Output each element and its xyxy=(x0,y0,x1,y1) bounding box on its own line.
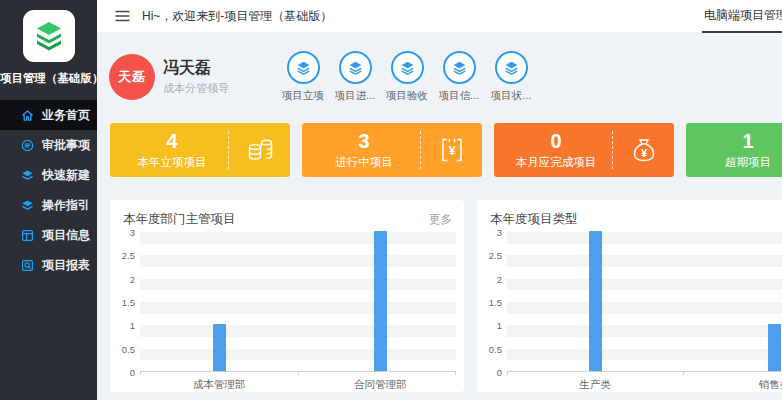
y-axis-tick-label: 1 xyxy=(478,320,502,331)
x-axis-tick-mark xyxy=(683,371,684,375)
stat-cards-row: 4 本年立项项目 3 进行中项目 ¥ 0 xyxy=(110,123,782,177)
top-bar: Hi~，欢迎来到-项目管理（基础版） 电脑端项目管理 xyxy=(97,0,782,33)
sidebar-item-business-home[interactable]: 业务首页 xyxy=(0,100,97,130)
dashed-divider xyxy=(612,131,613,169)
y-axis-tick-label: 0 xyxy=(478,367,502,378)
stat-label: 进行中项目 xyxy=(302,155,426,170)
x-axis-category-label: 成本管理部 xyxy=(193,378,246,392)
y-axis-tick-label: 2 xyxy=(478,274,502,285)
quick-link-project-status[interactable]: 项目状... xyxy=(485,51,537,103)
hamburger-menu-icon[interactable] xyxy=(115,10,130,22)
stat-value: 0 xyxy=(494,130,618,153)
bar-销售类 xyxy=(768,324,781,371)
sidebar-item-project-info[interactable]: 项目信息 xyxy=(0,220,97,250)
bar-成本管理部 xyxy=(213,324,226,371)
blue-layers-icon xyxy=(339,51,372,84)
quick-link-project-progress[interactable]: 项目进... xyxy=(329,51,381,103)
moneybag-yen-icon: ¥ xyxy=(624,135,664,165)
approval-icon xyxy=(21,139,34,152)
blue-layers-icon xyxy=(443,51,476,84)
y-axis-tick-label: 1.5 xyxy=(111,297,135,308)
app-title: 项目管理（基础版） xyxy=(0,71,97,86)
x-axis-category-label: 合同管理部 xyxy=(354,378,407,392)
sidebar-item-guide[interactable]: 操作指引 xyxy=(0,190,97,220)
y-axis-tick-label: 2.5 xyxy=(478,250,502,261)
x-axis-tick-mark xyxy=(455,371,456,375)
avatar[interactable]: 天磊 xyxy=(109,54,155,100)
x-axis-tick-mark xyxy=(298,371,299,375)
x-axis-tick-mark xyxy=(507,371,508,375)
blue-layers-icon xyxy=(287,51,320,84)
y-axis-tick-label: 0.5 xyxy=(478,344,502,355)
guide-layers-icon xyxy=(21,199,34,212)
more-link[interactable]: 更多 xyxy=(429,212,452,227)
top-right-tab[interactable]: 电脑端项目管理 xyxy=(702,0,782,33)
stat-label: 超期项目 xyxy=(686,155,782,170)
x-axis-category-label: 生产类 xyxy=(579,378,611,392)
y-axis-tick-label: 1 xyxy=(111,320,135,331)
chart-title: 本年度项目类型 xyxy=(490,211,578,228)
svg-text:¥: ¥ xyxy=(641,147,648,159)
y-axis-tick-label: 3 xyxy=(111,227,135,238)
quick-links-row: 项目立项 项目进... 项目验收 项目信... 项目状... xyxy=(277,51,537,103)
chart-card-department-projects: 本年度部门主管项目 更多 32.521.510.50成本管理部合同管理部 xyxy=(110,200,464,392)
y-axis-tick-label: 1.5 xyxy=(478,297,502,308)
stat-value: 4 xyxy=(110,130,234,153)
stat-card-projects-this-year[interactable]: 4 本年立项项目 xyxy=(110,123,290,177)
report-search-icon xyxy=(21,259,34,272)
stat-card-due-this-month[interactable]: 0 本月应完成项目 ¥ xyxy=(494,123,674,177)
user-name: 冯天磊 xyxy=(163,58,211,79)
dashed-divider xyxy=(228,131,229,169)
x-axis-category-label: 销售类 xyxy=(759,378,782,392)
stat-label: 本月应完成项目 xyxy=(494,155,618,170)
welcome-text: Hi~，欢迎来到-项目管理（基础版） xyxy=(142,8,332,25)
stat-value: 1 xyxy=(686,130,782,153)
stat-value: 3 xyxy=(302,130,426,153)
y-axis-tick-label: 0.5 xyxy=(111,344,135,355)
app-logo xyxy=(23,10,75,62)
y-axis-tick-label: 2.5 xyxy=(111,250,135,261)
blue-layers-icon xyxy=(391,51,424,84)
x-axis-tick-mark xyxy=(140,371,141,375)
quick-link-project-information[interactable]: 项目信... xyxy=(433,51,485,103)
quick-link-label: 项目状... xyxy=(491,89,531,103)
quick-link-label: 项目立项 xyxy=(282,89,324,103)
coins-icon xyxy=(240,135,280,165)
sidebar-item-approvals[interactable]: 审批事项 xyxy=(0,130,97,160)
y-axis-tick-label: 2 xyxy=(111,274,135,285)
layers-icon xyxy=(21,169,34,182)
green-layers-logo-icon xyxy=(32,19,66,53)
bar-chart-plot: 32.521.510.50成本管理部合同管理部 xyxy=(140,232,456,372)
dashed-divider xyxy=(420,131,421,169)
user-role: 成本分管领导 xyxy=(163,81,229,96)
svg-text:¥: ¥ xyxy=(449,144,456,158)
sidebar-menu: 业务首页 审批事项 快速新建 操作指引 项目信息 xyxy=(0,100,97,280)
bar-chart-plot: 32.521.510.50生产类销售类 xyxy=(507,232,782,372)
chart-title: 本年度部门主管项目 xyxy=(123,211,236,228)
sidebar-item-label: 操作指引 xyxy=(42,197,90,214)
quick-link-label: 项目进... xyxy=(335,89,375,103)
sidebar: 项目管理（基础版） 业务首页 审批事项 快速新建 操作指引 xyxy=(0,0,97,400)
home-icon xyxy=(21,109,34,122)
stat-card-overdue[interactable]: 1 超期项目 xyxy=(686,123,782,177)
quick-link-project-acceptance[interactable]: 项目验收 xyxy=(381,51,433,103)
quick-link-label: 项目验收 xyxy=(386,89,428,103)
chart-card-project-types: 本年度项目类型 32.521.510.50生产类销售类 xyxy=(477,200,782,392)
stat-card-in-progress[interactable]: 3 进行中项目 ¥ xyxy=(302,123,482,177)
sidebar-item-label: 业务首页 xyxy=(42,107,90,124)
stat-label: 本年立项项目 xyxy=(110,155,234,170)
y-axis-tick-label: 0 xyxy=(111,367,135,378)
info-grid-icon xyxy=(21,229,34,242)
top-right-tab-label: 电脑端项目管理 xyxy=(704,7,782,24)
main-content: 天磊 冯天磊 成本分管领导 项目立项 项目进... 项目验收 项目信... xyxy=(97,33,782,400)
quick-link-project-initiation[interactable]: 项目立项 xyxy=(277,51,329,103)
sidebar-item-project-report[interactable]: 项目报表 xyxy=(0,250,97,280)
sidebar-item-quick-create[interactable]: 快速新建 xyxy=(0,160,97,190)
blue-layers-icon xyxy=(495,51,528,84)
quick-link-label: 项目信... xyxy=(439,89,479,103)
sidebar-item-label: 审批事项 xyxy=(42,137,90,154)
receipt-yen-icon: ¥ xyxy=(432,135,472,165)
bar-合同管理部 xyxy=(374,231,387,371)
bar-生产类 xyxy=(589,231,602,371)
y-axis-tick-label: 3 xyxy=(478,227,502,238)
